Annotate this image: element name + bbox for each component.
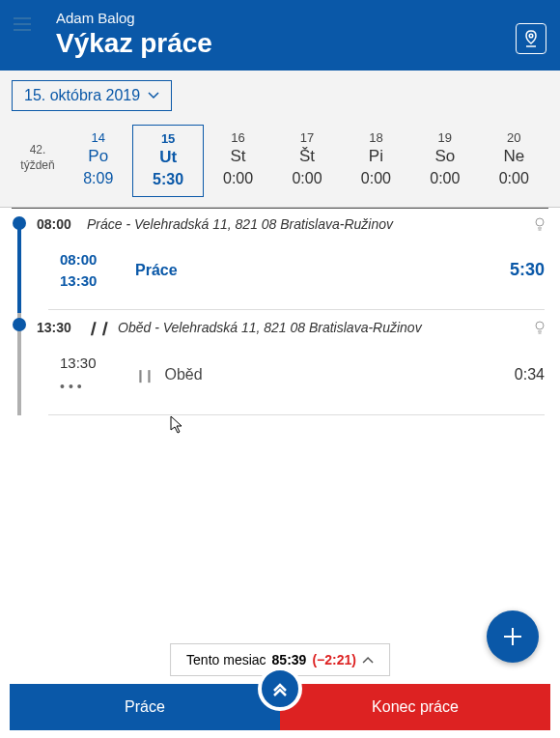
chevron-down-icon xyxy=(148,92,159,99)
day-cell-thu[interactable]: 17 Št 0:00 xyxy=(272,125,341,197)
header-titles: Adam Balog Výkaz práce xyxy=(56,10,516,59)
entry-duration: 0:34 xyxy=(515,366,548,383)
mouse-cursor-icon xyxy=(170,415,185,435)
entry-times: 08:00 13:30 xyxy=(60,249,122,292)
date-bar: 15. októbra 2019 42. týždeň 14 Po 8:09 1… xyxy=(0,71,560,208)
entry-kind: Práce xyxy=(122,262,510,279)
end-work-button[interactable]: Konec práce xyxy=(280,684,550,730)
menu-icon[interactable] xyxy=(14,17,31,31)
divider xyxy=(48,309,545,310)
summary-label: Tento mesiac xyxy=(186,652,266,667)
start-work-button[interactable]: Práce xyxy=(10,684,280,730)
entry-times: 13:30 ••• xyxy=(60,353,122,397)
day-cell-fri[interactable]: 18 Pi 0:00 xyxy=(342,125,410,197)
chevron-up-icon xyxy=(362,656,374,664)
timeline-section-head: 08:00 Práce - Velehradská 11, 821 08 Bra… xyxy=(12,216,548,232)
day-cell-wed[interactable]: 16 St 0:00 xyxy=(204,125,272,197)
week-number-label: 42. týždeň xyxy=(12,125,64,197)
divider xyxy=(48,414,545,415)
ellipsis-icon: ••• xyxy=(60,377,122,396)
timeline-section-head: 13:30 ❙❙ Oběd - Velehradská 11, 821 08 B… xyxy=(12,320,548,335)
location-button[interactable] xyxy=(516,23,546,54)
svg-point-5 xyxy=(536,322,544,329)
pause-icon: ❙❙ xyxy=(87,320,110,335)
summary-diff: (−2:21) xyxy=(312,652,356,667)
user-name: Adam Balog xyxy=(56,10,516,26)
lightbulb-icon xyxy=(535,321,545,334)
timeline: 08:00 Práce - Velehradská 11, 821 08 Bra… xyxy=(0,209,560,415)
timeline-dot xyxy=(13,318,26,331)
app-header: Adam Balog Výkaz práce xyxy=(0,0,560,71)
lightbulb-icon xyxy=(535,217,545,231)
double-chevron-up-icon xyxy=(270,679,290,698)
timeline-entry-work[interactable]: 08:00 13:30 Práce 5:30 xyxy=(12,232,548,309)
timeline-dot xyxy=(13,216,26,230)
day-cell-sun[interactable]: 20 Ne 0:00 xyxy=(480,125,548,197)
plus-icon xyxy=(501,625,524,648)
bottom-bar: Práce Konec práce xyxy=(10,684,550,730)
entry-kind: ❙❙ Oběd xyxy=(122,366,515,383)
location-pin-icon xyxy=(523,30,539,47)
pause-icon: ❙❙ xyxy=(135,368,153,383)
week-row: 42. týždeň 14 Po 8:09 15 Ut 5:30 16 St 0… xyxy=(12,125,548,207)
timeline-entry-lunch[interactable]: 13:30 ••• ❙❙ Oběd 0:34 xyxy=(12,335,548,414)
page-title: Výkaz práce xyxy=(56,28,516,59)
add-button[interactable] xyxy=(487,610,539,663)
summary-hours: 85:39 xyxy=(272,652,307,667)
svg-point-2 xyxy=(536,218,544,226)
expand-button[interactable] xyxy=(258,667,302,711)
day-cell-mon[interactable]: 14 Po 8:09 xyxy=(64,125,132,197)
entry-duration: 5:30 xyxy=(510,260,548,280)
day-cell-sat[interactable]: 19 So 0:00 xyxy=(410,125,479,197)
day-cell-tue[interactable]: 15 Ut 5:30 xyxy=(132,125,203,197)
date-picker-label: 15. októbra 2019 xyxy=(24,87,140,104)
day-cells: 14 Po 8:09 15 Ut 5:30 16 St 0:00 17 Št 0… xyxy=(64,125,548,197)
svg-point-0 xyxy=(529,34,533,38)
date-picker-button[interactable]: 15. októbra 2019 xyxy=(12,80,172,111)
